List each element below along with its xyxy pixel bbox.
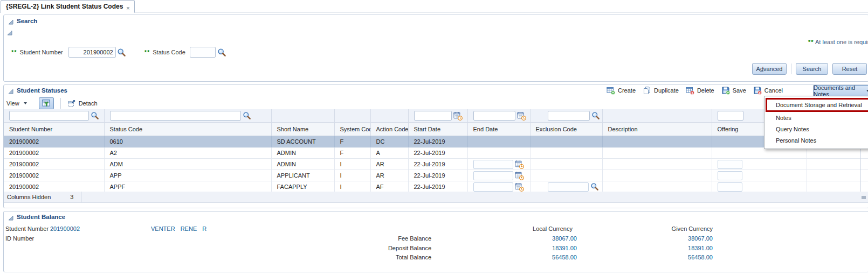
- detach-label: Detach: [79, 100, 98, 107]
- row3-end-date-calendar-icon[interactable]: [515, 160, 524, 169]
- col-header-exclusion-code[interactable]: Exclusion Code: [530, 123, 602, 136]
- menu-item-query-notes[interactable]: Query Notes: [764, 124, 868, 135]
- balance-disclosure-icon[interactable]: [8, 215, 13, 221]
- cancel-button[interactable]: Cancel: [753, 86, 783, 95]
- table-row[interactable]: 201900002 APP APPLICANT I AR 22-Jul-2019: [4, 170, 868, 181]
- row4-end-date-calendar-icon[interactable]: [515, 171, 524, 180]
- row3-offering-input[interactable]: [718, 160, 742, 169]
- col-header-start-date[interactable]: Start Date: [408, 123, 467, 136]
- required-hint-stars: **: [808, 39, 814, 45]
- col-header-short-name[interactable]: Short Name: [271, 123, 334, 136]
- status-code-label: Status Code: [153, 49, 185, 55]
- detach-icon: [67, 99, 76, 108]
- search-button[interactable]: Search: [796, 63, 828, 75]
- status-code-lookup-icon[interactable]: [217, 48, 226, 57]
- delete-label: Delete: [697, 87, 714, 94]
- create-icon: [607, 86, 615, 95]
- filter-student-number-lookup-icon[interactable]: [91, 111, 99, 120]
- save-button[interactable]: Save: [721, 86, 746, 95]
- deposit-balance-local-value: 18391.00: [501, 245, 577, 251]
- reset-button[interactable]: Reset: [832, 63, 867, 75]
- view-menu-button[interactable]: View: [6, 100, 27, 107]
- filter-offering-input[interactable]: [718, 111, 743, 121]
- student-number-input[interactable]: [68, 47, 116, 58]
- filter-end-date-input[interactable]: [473, 111, 515, 121]
- filter-table-icon: [42, 99, 51, 108]
- table-row[interactable]: 201900002 A2 ADMIN F A 22-Jul-2019: [4, 147, 868, 159]
- row5-exclusion-code-lookup-icon[interactable]: [590, 182, 599, 191]
- filter-start-date-calendar-icon[interactable]: [453, 111, 463, 121]
- col-header-status-code[interactable]: Status Code: [104, 123, 271, 136]
- menu-item-notes[interactable]: Notes: [764, 112, 868, 124]
- duplicate-label: Duplicate: [654, 87, 679, 94]
- row4-offering-input[interactable]: [718, 171, 742, 180]
- toolbar-separator: [60, 98, 61, 109]
- detach-button[interactable]: Detach: [67, 99, 98, 108]
- statuses-disclosure-icon[interactable]: [8, 89, 13, 94]
- advanced-label-pre: A: [756, 66, 760, 72]
- menu-item-document-storage-and-retrieval[interactable]: Document Storage and Retrieval: [767, 100, 868, 110]
- col-header-student-number[interactable]: Student Number: [4, 123, 104, 136]
- table-row[interactable]: 201900002 0610 SD ACCOUNT F DC 22-Jul-20…: [4, 136, 868, 147]
- search-disclosure-icon[interactable]: [8, 19, 13, 25]
- delete-icon: [686, 86, 694, 95]
- filter-row: [4, 109, 868, 123]
- student-name: VENTER RENE R: [151, 225, 206, 232]
- table-row[interactable]: 201900002 APPF FACAPPLY I AF 22-Jul-2019: [4, 181, 868, 193]
- row5-exclusion-code-input[interactable]: [548, 182, 589, 192]
- col-header-action-code[interactable]: Action Code: [370, 123, 408, 136]
- row5-end-date-calendar-icon[interactable]: [515, 182, 524, 192]
- search-panel-title: Search: [17, 18, 37, 24]
- documents-and-notes-menu: Document Storage and Retrieval Notes Que…: [764, 96, 868, 149]
- required-hint: ** At least one is require: [808, 39, 868, 45]
- filter-status-code-lookup-icon[interactable]: [243, 111, 251, 120]
- row5-end-date-input[interactable]: [473, 182, 513, 192]
- balance-panel-title: Student Balance: [17, 214, 65, 220]
- search-inner-disclosure-icon[interactable]: [7, 30, 12, 36]
- cancel-icon: [753, 86, 762, 95]
- create-button[interactable]: Create: [607, 86, 636, 95]
- delete-button[interactable]: Delete: [686, 86, 714, 95]
- status-code-required-stars: **: [144, 49, 150, 55]
- filter-student-number-input[interactable]: [9, 111, 89, 121]
- table-horizontal-scrollbar[interactable]: [862, 196, 866, 199]
- required-hint-text: At least one is require: [815, 39, 868, 45]
- tab-close-icon[interactable]: ×: [126, 5, 129, 11]
- menu-item-personal-notes[interactable]: Personal Notes: [764, 135, 868, 146]
- col-header-description[interactable]: Description: [602, 123, 712, 136]
- table-row[interactable]: 201900002 ADM ADMIN I AR 22-Jul-2019: [4, 159, 868, 170]
- filter-exclusion-code-lookup-icon[interactable]: [591, 111, 600, 120]
- filter-end-date-calendar-icon[interactable]: [517, 111, 526, 121]
- filter-start-date-input[interactable]: [414, 111, 452, 121]
- cancel-label: Cancel: [764, 87, 783, 94]
- query-by-example-toggle[interactable]: [39, 97, 54, 109]
- statuses-action-toolbar: Create Duplicate Delete Save Cancel: [607, 85, 783, 96]
- advanced-button[interactable]: Advanced: [752, 63, 787, 75]
- button-separator: [791, 64, 791, 74]
- filter-exclusion-code-input[interactable]: [548, 111, 590, 121]
- total-balance-given-value: 56458.00: [637, 254, 713, 260]
- footer-separator: [81, 192, 81, 202]
- fee-balance-label: Fee Balance: [323, 235, 431, 242]
- documents-and-notes-button[interactable]: Documents and Notes: [813, 85, 868, 97]
- tab-link-student-status-codes[interactable]: {SREGL-2} Link Student Status Codes ×: [1, 0, 135, 13]
- col-header-system-code[interactable]: System Code: [334, 123, 370, 136]
- col-header-end-date[interactable]: End Date: [467, 123, 530, 136]
- status-code-input[interactable]: [190, 47, 216, 58]
- table-view-toolbar: View Detach: [6, 97, 98, 109]
- table-footer: Columns Hidden 3: [4, 192, 868, 203]
- view-label: View: [6, 100, 19, 107]
- duplicate-button[interactable]: Duplicate: [643, 86, 679, 95]
- total-balance-label: Total Balance: [323, 254, 431, 260]
- filter-status-code-input[interactable]: [110, 111, 241, 121]
- save-icon: [721, 86, 730, 95]
- table-header-row: Student Number Status Code Short Name Sy…: [4, 123, 868, 136]
- tab-title: {SREGL-2} Link Student Status Codes: [6, 3, 123, 10]
- row4-end-date-input[interactable]: [473, 171, 513, 180]
- local-currency-header: Local Currency: [497, 225, 573, 232]
- advanced-label-post: vanced: [763, 66, 782, 72]
- student-number-lookup-icon[interactable]: [117, 48, 126, 57]
- student-balance-panel: Student Balance: [3, 211, 868, 272]
- row3-end-date-input[interactable]: [473, 160, 513, 169]
- row5-offering-input[interactable]: [718, 182, 742, 192]
